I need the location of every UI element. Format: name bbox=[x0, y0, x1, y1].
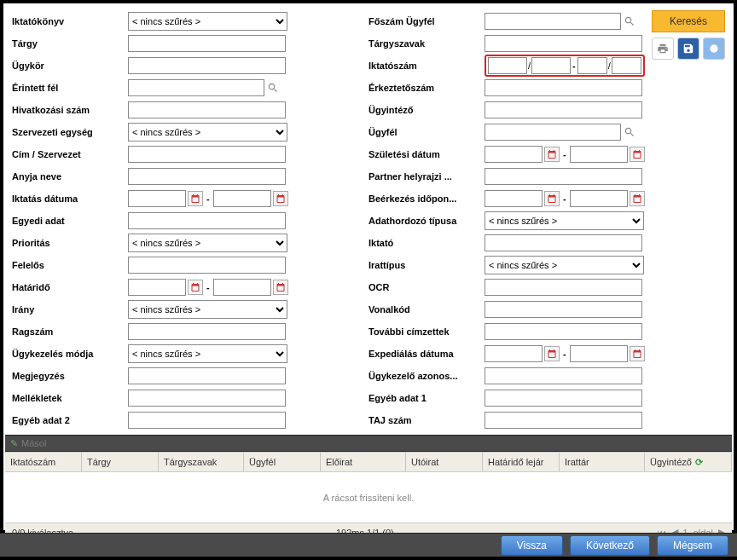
iktatoszam-part2-input[interactable] bbox=[531, 57, 571, 74]
col-eloirat[interactable]: Előirat bbox=[321, 453, 406, 471]
iktatas-to-input[interactable] bbox=[213, 190, 271, 207]
iktatas-from-input[interactable] bbox=[128, 190, 186, 207]
calendar-icon[interactable] bbox=[630, 147, 645, 162]
adathordozo-select[interactable]: < nincs szűrés > bbox=[485, 211, 644, 230]
label-hivatkozasi: Hivatkozási szám bbox=[12, 105, 128, 115]
calendar-icon[interactable] bbox=[544, 147, 560, 162]
calendar-icon[interactable] bbox=[273, 191, 288, 206]
mellekletek-input[interactable] bbox=[128, 390, 286, 407]
ugykor-input[interactable] bbox=[128, 57, 286, 74]
svg-point-0 bbox=[710, 44, 717, 52]
expedialas-to-input[interactable] bbox=[570, 345, 628, 362]
irattipus-select[interactable]: < nincs szűrés > bbox=[485, 256, 644, 274]
felelos-input[interactable] bbox=[128, 257, 286, 274]
lookup-icon[interactable] bbox=[623, 125, 636, 139]
prioritas-select[interactable]: < nincs szűrés > bbox=[128, 234, 287, 252]
icon-toolbar bbox=[652, 38, 725, 60]
szuletesi-from-input[interactable] bbox=[485, 146, 543, 163]
label-ugykezelo-azonos: Ügykezelő azonos... bbox=[368, 371, 485, 381]
iktatoszam-part1-input[interactable] bbox=[488, 57, 527, 74]
ugykezeles-modja-select[interactable]: < nincs szűrés > bbox=[128, 344, 287, 363]
label-foszam-ugyfel: Főszám Ügyfél bbox=[368, 16, 485, 26]
label-iktatokonyv: Iktatókönyv bbox=[12, 16, 128, 26]
erintett-input[interactable] bbox=[128, 79, 264, 96]
beerkezes-from-input[interactable] bbox=[485, 190, 543, 207]
calendar-icon[interactable] bbox=[188, 280, 203, 295]
settings-circle-icon[interactable] bbox=[703, 38, 725, 60]
lookup-icon[interactable] bbox=[623, 14, 636, 28]
form-left-column: Iktatókönyv< nincs szűrés > Tárgy Ügykör… bbox=[12, 10, 362, 431]
hatarido-to-input[interactable] bbox=[213, 279, 271, 296]
label-megjegyzes: Megjegyzés bbox=[12, 371, 128, 381]
expedialas-from-input[interactable] bbox=[485, 345, 543, 362]
hivatkozasi-input[interactable] bbox=[128, 101, 286, 118]
irany-select[interactable]: < nincs szűrés > bbox=[128, 300, 287, 319]
ugykezelo-azonos-input[interactable] bbox=[485, 367, 642, 384]
vonalkod-input[interactable] bbox=[485, 301, 642, 318]
grid-body: A rácsot frissíteni kell. bbox=[5, 472, 732, 523]
ragszam-input[interactable] bbox=[128, 323, 286, 340]
col-targy[interactable]: Tárgy bbox=[82, 453, 159, 471]
targy-input[interactable] bbox=[128, 35, 286, 52]
calendar-icon[interactable] bbox=[544, 346, 560, 361]
calendar-icon[interactable] bbox=[544, 191, 560, 206]
hatarido-from-input[interactable] bbox=[128, 279, 186, 296]
egyeb-adat1-input[interactable] bbox=[485, 390, 642, 407]
col-irattar[interactable]: Irattár bbox=[560, 453, 645, 471]
erkeztetoszam-input[interactable] bbox=[485, 79, 642, 96]
targyszavak-input[interactable] bbox=[485, 35, 642, 52]
iktatoszam-part4-input[interactable] bbox=[612, 57, 641, 74]
cancel-button[interactable]: Mégsem bbox=[657, 535, 728, 556]
label-ugykezeles-modja: Ügykezelés módja bbox=[12, 349, 128, 359]
ocr-input[interactable] bbox=[485, 279, 642, 296]
col-utoirat[interactable]: Utóirat bbox=[406, 453, 483, 471]
label-ragszam: Ragszám bbox=[12, 326, 128, 337]
beerkezes-to-input[interactable] bbox=[570, 190, 628, 207]
lookup-icon[interactable] bbox=[266, 81, 280, 95]
col-targyszavak[interactable]: Tárgyszavak bbox=[159, 453, 244, 471]
col-iktatoszam[interactable]: Iktatószám bbox=[5, 453, 82, 471]
label-targy: Tárgy bbox=[12, 38, 128, 49]
label-iktatoszam: Iktatószám bbox=[368, 61, 485, 71]
col-ugyintezo[interactable]: Ügyintéző⟳ bbox=[645, 453, 732, 471]
calendar-icon[interactable] bbox=[630, 346, 645, 361]
szuletesi-to-input[interactable] bbox=[570, 146, 628, 163]
partner-helyrajzi-input[interactable] bbox=[485, 168, 642, 185]
szervezeti-select[interactable]: < nincs szűrés > bbox=[128, 123, 287, 141]
calendar-icon[interactable] bbox=[188, 191, 203, 206]
col-hatarido-lejar[interactable]: Határidő lejár bbox=[483, 453, 560, 471]
calendar-icon[interactable] bbox=[630, 191, 645, 206]
iktatoszam-part3-input[interactable] bbox=[577, 57, 607, 74]
taj-szam-input[interactable] bbox=[485, 412, 642, 429]
range-dash: - bbox=[563, 193, 566, 204]
cim-input[interactable] bbox=[128, 146, 286, 163]
print-icon[interactable] bbox=[652, 38, 674, 60]
megjegyzes-input[interactable] bbox=[128, 367, 286, 384]
tovabbi-cimzettek-input[interactable] bbox=[485, 323, 642, 340]
egyedi-adat-input[interactable] bbox=[128, 212, 286, 229]
iktatokonyv-select[interactable]: < nincs szűrés > bbox=[128, 12, 287, 31]
anyja-input[interactable] bbox=[128, 168, 286, 185]
label-cim: Cím / Szervezet bbox=[12, 149, 128, 159]
refresh-icon[interactable]: ⟳ bbox=[695, 457, 703, 468]
next-button[interactable]: Következő bbox=[570, 535, 650, 556]
search-button[interactable]: Keresés bbox=[652, 10, 725, 32]
iktato-input[interactable] bbox=[485, 234, 642, 251]
back-button[interactable]: Vissza bbox=[501, 535, 563, 556]
ugyintezo-input[interactable] bbox=[485, 101, 642, 118]
label-prioritas: Prioritás bbox=[12, 238, 128, 248]
label-ugykor: Ügykör bbox=[12, 61, 128, 71]
label-vonalkod: Vonalkód bbox=[368, 304, 485, 315]
save-icon[interactable] bbox=[677, 38, 699, 60]
label-anyja: Anyja neve bbox=[12, 171, 128, 182]
label-erintett: Érintett fél bbox=[12, 83, 128, 93]
grid-empty-message: A rácsot frissíteni kell. bbox=[323, 493, 414, 503]
search-form: Iktatókönyv< nincs szűrés > Tárgy Ügykör… bbox=[3, 3, 734, 435]
col-ugyfel[interactable]: Ügyfél bbox=[244, 453, 321, 471]
foszam-ugyfel-input[interactable] bbox=[485, 13, 621, 30]
calendar-icon[interactable] bbox=[273, 280, 288, 295]
top-right-controls: Keresés bbox=[652, 10, 725, 60]
ugyfel-input[interactable] bbox=[485, 124, 621, 141]
label-iktatas-datuma: Iktatás dátuma bbox=[12, 193, 128, 204]
egyeb-adat2-input[interactable] bbox=[128, 412, 286, 429]
